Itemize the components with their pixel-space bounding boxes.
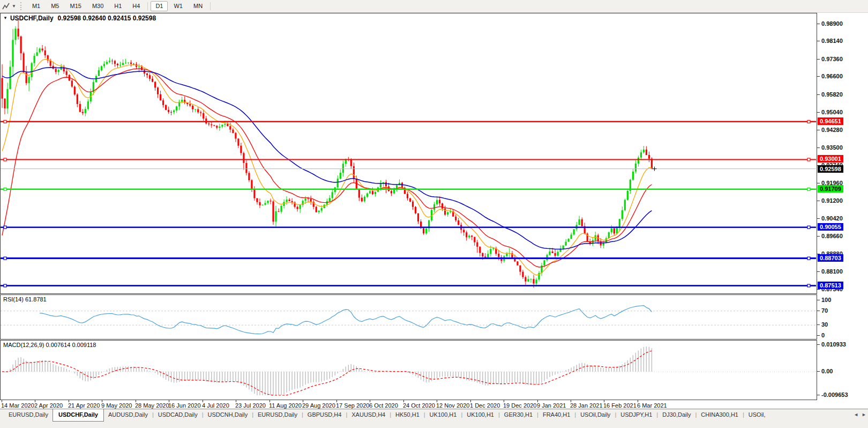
date-label-8: 11 Aug 2020 (269, 402, 302, 409)
axis-tick (817, 24, 820, 24)
hline-handle[interactable] (4, 158, 6, 161)
chevron-down-icon: ▼ (12, 4, 16, 9)
date-label-12: 24 Oct 2020 (403, 402, 435, 409)
macd-label: MACD(12,26,9) 0.007614 0.009118 (3, 342, 96, 348)
tab-scroll-right-icon[interactable]: ► (862, 412, 866, 417)
date-label-0: 14 Mar 2020 (1, 402, 34, 409)
timeframe-button-M5[interactable]: M5 (46, 1, 64, 11)
tab-GER30-H1[interactable]: GER30,H1 (500, 409, 537, 420)
macd-scale-0.00: 0.00 (821, 368, 833, 374)
timeframe-button-M15[interactable]: M15 (65, 1, 86, 11)
axis-price-0.98140: 0.98140 (821, 38, 843, 44)
tab-GBPUSD-H4[interactable]: GBPUSD,H4 (303, 409, 346, 420)
date-label-6: 4 Jul 2020 (202, 402, 229, 409)
timeframe-button-H1[interactable]: H1 (109, 1, 126, 11)
tab-CHINA300-H1[interactable]: CHINA300,H1 (697, 409, 743, 420)
tab-EURUSD-Daily[interactable]: EURUSD,Daily (4, 409, 53, 420)
ohlc-values: 0.92598 0.92640 0.92415 0.92598 (58, 14, 156, 22)
rsi-name: RSI(14) (3, 296, 24, 302)
hline-handle[interactable] (807, 226, 810, 228)
tab-FRA40-H1[interactable]: FRA40,H1 (538, 409, 574, 420)
axis-price-0.93500: 0.93500 (821, 144, 843, 151)
macd-histogram (2, 346, 652, 395)
timeframe-button-M1[interactable]: M1 (27, 1, 45, 11)
tab-UK100-H1[interactable]: UK100,H1 (425, 409, 461, 420)
toolbar-drag-handle[interactable] (20, 2, 24, 10)
hline-handle[interactable] (807, 120, 810, 123)
tab-EURUSD-Daily[interactable]: EURUSD,Daily (253, 409, 302, 420)
axis-tick (817, 41, 820, 41)
rsi-line (40, 306, 652, 334)
tab-USOil-Daily[interactable]: USOil,Daily (576, 409, 615, 420)
symbol-period-label: USDCHF,Daily (10, 14, 54, 22)
price-axis[interactable]: 0.989000.981400.973600.966000.958200.950… (817, 12, 868, 400)
tab-USDCNH-Daily[interactable]: USDCNH,Daily (204, 409, 252, 420)
date-label-10: 17 Sep 2020 (336, 402, 369, 409)
axis-price-0.91200: 0.91200 (821, 197, 843, 204)
price-pane[interactable]: ▼USDCHF,Daily0.92598 0.92640 0.92415 0.9… (0, 13, 817, 294)
axis-tick (817, 218, 820, 219)
timeframe-button-M30[interactable]: M30 (87, 1, 108, 11)
level-price-label-0.94651: 0.94651 (818, 117, 843, 125)
tab-DJ30-Daily[interactable]: DJ30,Daily (658, 409, 695, 420)
axis-price-0.94280: 0.94280 (821, 127, 843, 133)
macd-values: 0.007614 0.009118 (46, 342, 96, 348)
date-label-3: 9 May 2020 (101, 402, 132, 409)
rsi-scale-30: 30 (821, 321, 828, 328)
tab-UK100-H1[interactable]: UK100,H1 (462, 409, 498, 420)
hline-handle[interactable] (4, 284, 6, 287)
timeframe-button-MN[interactable]: MN (189, 1, 207, 11)
timeframe-button-D1[interactable]: D1 (151, 1, 168, 11)
axis-price-0.95820: 0.95820 (821, 91, 843, 98)
level-price-label-0.87513: 0.87513 (818, 282, 843, 289)
hline-handle[interactable] (807, 158, 810, 161)
axis-price-0.89660: 0.89660 (821, 233, 843, 239)
date-axis[interactable]: 14 Mar 20202 Apr 202021 Apr 20209 May 20… (0, 400, 817, 409)
macd-chart (1, 341, 816, 400)
timeframe-buttons: M1M5M15M30H1H4D1W1MN (27, 1, 213, 11)
tab-scroll-left-icon[interactable]: ◄ (854, 412, 858, 417)
timeframe-button-W1[interactable]: W1 (169, 1, 188, 11)
tab-AUDUSD-Daily[interactable]: AUDUSD,Daily (104, 409, 152, 420)
level-price-label-0.93001: 0.93001 (818, 155, 843, 163)
axis-tick (817, 335, 820, 336)
hline-handle[interactable] (4, 120, 6, 123)
rsi-scale-0: 0 (821, 332, 825, 338)
axis-tick (817, 344, 820, 345)
tab-USOil-[interactable]: USOil, (744, 409, 770, 420)
rsi-pane[interactable]: RSI(14) 61.8781 (0, 294, 817, 340)
date-label-19: 6 Mar 2021 (637, 402, 667, 409)
tab-HK50-H1[interactable]: HK50,H1 (391, 409, 424, 420)
toolbar-separator (147, 2, 148, 10)
axis-tick (817, 94, 820, 95)
timeframe-button-H4[interactable]: H4 (128, 1, 145, 11)
tab-USDCHF-Daily[interactable]: USDCHF,Daily (53, 409, 104, 422)
rsi-scale-100: 100 (821, 297, 831, 303)
hline-handle[interactable] (4, 257, 6, 260)
date-label-13: 12 Nov 2020 (436, 402, 469, 409)
chart-tools-icon[interactable]: ▼ (1, 2, 18, 11)
axis-tick (817, 311, 820, 311)
hline-handle[interactable] (807, 188, 810, 190)
macd-pane[interactable]: MACD(12,26,9) 0.007614 0.009118 (0, 340, 817, 400)
date-label-17: 28 Jan 2021 (570, 402, 603, 409)
axis-price-0.88100: 0.88100 (821, 268, 843, 275)
collapse-icon[interactable]: ▼ (3, 16, 8, 20)
tab-USDCAD-Daily[interactable]: USDCAD,Daily (154, 409, 202, 420)
axis-price-0.90420: 0.90420 (821, 215, 843, 222)
date-label-15: 19 Dec 2020 (503, 402, 536, 409)
tab-XAUUSD-H4[interactable]: XAUUSD,H4 (347, 409, 390, 420)
axis-tick (817, 76, 820, 77)
hline-handle[interactable] (4, 226, 6, 228)
ma-fast (2, 59, 652, 275)
hline-handle[interactable] (807, 257, 810, 260)
date-label-2: 21 Apr 2020 (68, 402, 100, 409)
zigzag-icon (2, 3, 10, 10)
hline-handle[interactable] (807, 284, 810, 287)
toolbar-separator (210, 2, 211, 10)
date-label-14: 1 Dec 2020 (470, 402, 500, 409)
axis-tick (817, 324, 820, 325)
axis-tick (817, 289, 820, 290)
hline-handle[interactable] (4, 188, 6, 190)
tab-USDJPY-H1[interactable]: USDJPY,H1 (616, 409, 656, 420)
